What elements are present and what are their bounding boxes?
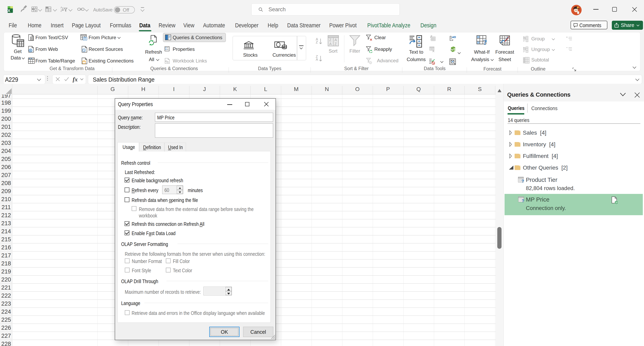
svg-text:?: ? xyxy=(522,179,524,183)
svg-text:Z: Z xyxy=(334,42,337,46)
svg-text:A: A xyxy=(60,6,62,9)
svg-text:Z: Z xyxy=(329,38,332,42)
svg-text:?: ? xyxy=(522,198,524,202)
svg-text:A: A xyxy=(329,42,332,46)
svg-text:X: X xyxy=(8,8,10,13)
svg-text:?: ? xyxy=(483,38,487,46)
svg-text:A: A xyxy=(334,38,337,42)
